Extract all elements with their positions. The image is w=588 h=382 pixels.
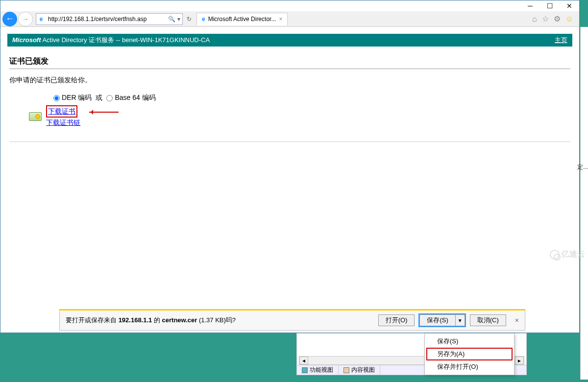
- close-icon[interactable]: ×: [515, 316, 519, 324]
- tab-close-icon[interactable]: ×: [279, 16, 282, 23]
- save-dropdown-button[interactable]: ▼: [455, 314, 465, 326]
- home-link[interactable]: 主页: [555, 36, 567, 45]
- content-icon: [343, 367, 349, 373]
- minimize-button[interactable]: ─: [520, 0, 540, 11]
- save-dropdown-menu: 保存(S) 另存为(A) 保存并打开(O): [424, 333, 514, 375]
- refresh-button[interactable]: ↻: [185, 16, 194, 23]
- brand-label: Microsoft: [12, 36, 41, 44]
- features-icon: [302, 367, 308, 373]
- close-button[interactable]: ✕: [560, 0, 579, 11]
- open-button[interactable]: 打开(O): [378, 314, 415, 326]
- save-split-button[interactable]: 保存(S) ▼: [418, 313, 466, 327]
- tab-features-view[interactable]: 功能视图: [297, 365, 339, 375]
- menu-save[interactable]: 保存(S): [426, 335, 513, 348]
- download-notification-bar: 要打开或保存来自 192.168.1.1 的 certnew.cer (1.37…: [59, 309, 525, 331]
- smiley-icon[interactable]: ☺: [565, 15, 573, 24]
- favorites-icon[interactable]: ☆: [542, 14, 549, 24]
- search-icon[interactable]: 🔍: [168, 16, 175, 23]
- home-icon[interactable]: ⌂: [532, 15, 537, 24]
- divider: [9, 142, 570, 142]
- download-chain-link[interactable]: 下载证书链: [46, 118, 118, 128]
- page-title: 证书已颁发: [9, 56, 570, 67]
- annotation-arrow: [89, 112, 119, 113]
- tab-title: Microsoft Active Director...: [208, 16, 276, 23]
- divider: [9, 69, 570, 69]
- certificate-icon: [29, 112, 42, 121]
- download-cert-link[interactable]: 下载证书: [48, 106, 75, 117]
- address-tools: 🔍▾: [166, 16, 182, 23]
- browser-navbar: ← → e 🔍▾ ↻ e Microsoft Active Director..…: [0, 11, 579, 27]
- settings-icon[interactable]: ⚙: [554, 14, 561, 24]
- der-radio-label[interactable]: DER 编码: [53, 94, 92, 102]
- forward-button[interactable]: →: [18, 12, 33, 26]
- ie-icon: e: [36, 14, 46, 24]
- window-titlebar: ─ ☐ ✕: [0, 0, 579, 11]
- der-radio[interactable]: [53, 95, 60, 101]
- menu-save-and-open[interactable]: 保存并打开(O): [426, 360, 513, 373]
- tab-content-view[interactable]: 内容视图: [339, 365, 380, 375]
- scroll-left-icon[interactable]: ◄: [299, 357, 308, 364]
- back-button[interactable]: ←: [2, 12, 17, 26]
- certsrv-header: Microsoft Active Directory 证书服务 -- benet…: [7, 34, 572, 47]
- cancel-button[interactable]: 取消(C): [470, 314, 506, 326]
- ie-icon: e: [202, 16, 205, 23]
- encoding-options: DER 编码 或 Base 64 编码: [53, 94, 570, 102]
- watermark: 亿速云: [550, 249, 585, 260]
- address-bar[interactable]: e 🔍▾: [36, 13, 183, 25]
- url-input[interactable]: [46, 16, 166, 23]
- scroll-right-icon[interactable]: ►: [515, 357, 524, 364]
- browser-tab[interactable]: e Microsoft Active Director... ×: [196, 13, 288, 25]
- watermark-logo-icon: [550, 250, 560, 260]
- base64-radio-label[interactable]: Base 64 编码: [106, 94, 155, 102]
- save-button[interactable]: 保存(S): [419, 314, 455, 326]
- issued-message: 你申请的证书已颁发给你。: [9, 76, 570, 85]
- base64-radio[interactable]: [106, 95, 113, 101]
- right-panel-fragment: 定...: [580, 27, 588, 380]
- download-prompt: 要打开或保存来自 192.168.1.1 的 certnew.cer (1.37…: [66, 316, 236, 325]
- maximize-button[interactable]: ☐: [540, 0, 560, 11]
- menu-save-as[interactable]: 另存为(A): [426, 348, 513, 360]
